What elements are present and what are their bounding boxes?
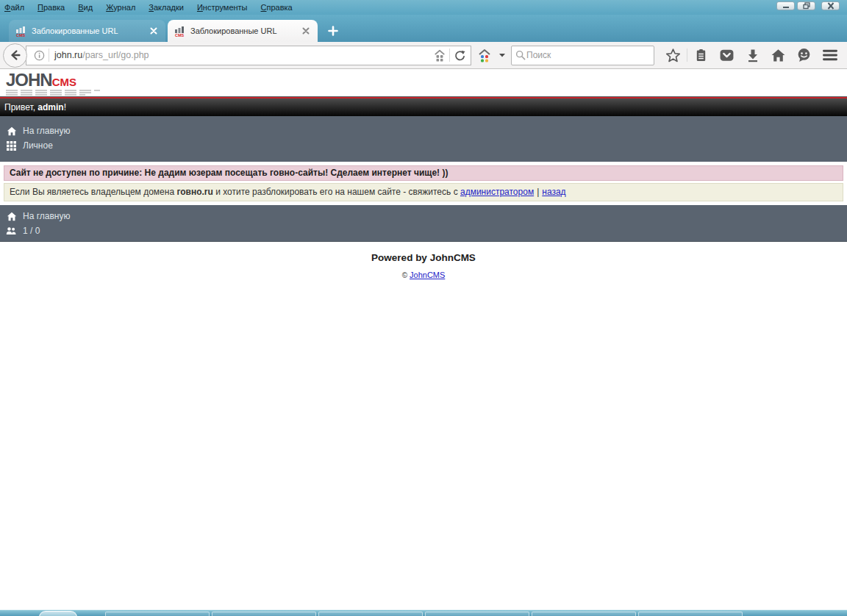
site-info-button[interactable] bbox=[29, 46, 49, 64]
taskbar-button[interactable] bbox=[532, 612, 636, 616]
search-box bbox=[511, 46, 654, 65]
page-content: JOHNCMS Привет, admin! На главную bbox=[0, 69, 847, 279]
taskbar-button[interactable] bbox=[318, 612, 423, 616]
tab-title: Заблокированные URL bbox=[32, 26, 149, 35]
back-arrow-icon bbox=[9, 49, 22, 62]
nav-block-bottom: На главную 1 / 0 bbox=[0, 205, 847, 242]
back-link[interactable]: назад bbox=[542, 187, 565, 197]
nav-item-label: Личное bbox=[23, 140, 53, 151]
logo-speed-lines bbox=[6, 90, 847, 96]
johncms-link[interactable]: JohnCMS bbox=[410, 271, 445, 279]
tab-title: Заблокированные URL bbox=[190, 26, 301, 35]
page-footer: Powered by JohnCMS ©JohnCMS bbox=[0, 252, 847, 279]
nav-item-personal[interactable]: Личное bbox=[0, 138, 847, 153]
greeting-username: admin bbox=[37, 102, 63, 112]
nav-item-label: На главную bbox=[23, 211, 70, 221]
bookmarks-menu-button[interactable] bbox=[688, 44, 714, 66]
url-host: john.ru bbox=[54, 50, 82, 60]
tab-blocked-urls-active[interactable]: CMS Заблокированные URL bbox=[168, 20, 318, 42]
visual-bookmarks-button[interactable] bbox=[430, 46, 449, 64]
hello-chat-button[interactable] bbox=[791, 44, 817, 66]
powered-by-text: Powered by JohnCMS bbox=[0, 252, 847, 263]
johncms-favicon: CMS bbox=[15, 25, 27, 37]
minimize-button[interactable] bbox=[776, 1, 795, 10]
search-input[interactable] bbox=[526, 50, 651, 60]
owner-info-message: Если Вы являетесь владельцем домена говн… bbox=[4, 183, 843, 201]
menu-view[interactable]: Вид bbox=[78, 3, 93, 12]
reload-icon bbox=[454, 49, 466, 62]
chevron-down-icon bbox=[498, 52, 507, 58]
start-button[interactable] bbox=[39, 611, 77, 616]
downloads-button[interactable] bbox=[740, 44, 765, 66]
copyright-line: ©JohnCMS bbox=[0, 271, 847, 279]
menu-bar: Файл Правка Вид Журнал Закладки Инструме… bbox=[0, 0, 847, 15]
online-counter-row[interactable]: 1 / 0 bbox=[0, 223, 847, 238]
taskbar-button[interactable] bbox=[212, 612, 316, 616]
close-icon bbox=[826, 2, 835, 10]
clipboard-icon bbox=[694, 48, 708, 63]
home-icon bbox=[771, 48, 786, 62]
nav-item-home[interactable]: На главную bbox=[0, 123, 847, 138]
restore-icon bbox=[802, 2, 811, 10]
greeting-bar: Привет, admin! bbox=[0, 99, 847, 116]
owner-message-pre: Если Вы являетесь владельцем домена bbox=[10, 187, 176, 197]
menu-history[interactable]: Журнал bbox=[106, 3, 135, 12]
close-button[interactable] bbox=[821, 1, 840, 10]
taskbar-button[interactable] bbox=[638, 612, 743, 616]
nav-item-home-bottom[interactable]: На главную bbox=[0, 209, 847, 223]
home-button[interactable] bbox=[765, 44, 791, 66]
divider bbox=[687, 49, 687, 62]
star-icon bbox=[665, 48, 681, 63]
block-reason-message: Сайт не доступен по причине: Не дадим юз… bbox=[4, 165, 843, 181]
menu-file[interactable]: Файл bbox=[4, 3, 24, 12]
address-bar[interactable]: john.ru/pars_url/go.php bbox=[26, 46, 471, 65]
pocket-icon bbox=[719, 49, 735, 62]
grid-icon bbox=[6, 141, 17, 151]
back-button[interactable] bbox=[3, 43, 27, 68]
menu-hamburger-button[interactable] bbox=[817, 44, 843, 66]
nav-block-top: На главную Личное bbox=[0, 116, 847, 162]
reload-button[interactable] bbox=[450, 46, 469, 64]
svg-text:CMS: CMS bbox=[175, 33, 185, 37]
bookmark-star-button[interactable] bbox=[660, 44, 686, 66]
taskbar-button[interactable] bbox=[105, 612, 210, 616]
house-dots-color-icon bbox=[477, 49, 492, 62]
taskbar-button[interactable] bbox=[425, 612, 529, 616]
menu-edit[interactable]: Правка bbox=[37, 3, 65, 12]
plus-icon bbox=[328, 26, 338, 36]
tab-strip: CMS Заблокированные URL CMS Заблокирован… bbox=[0, 15, 847, 42]
firefox-window: Файл Правка Вид Журнал Закладки Инструме… bbox=[0, 0, 847, 616]
info-icon bbox=[33, 49, 46, 62]
menu-bookmarks[interactable]: Закладки bbox=[149, 3, 184, 12]
svg-text:CMS: CMS bbox=[16, 33, 26, 37]
windows-taskbar bbox=[0, 609, 847, 616]
pocket-button[interactable] bbox=[714, 44, 740, 66]
window-controls bbox=[776, 1, 840, 10]
online-counter-value: 1 / 0 bbox=[23, 226, 40, 236]
url-text[interactable]: john.ru/pars_url/go.php bbox=[49, 50, 430, 60]
menu-help[interactable]: Справка bbox=[261, 3, 293, 12]
new-tab-button[interactable] bbox=[322, 21, 344, 40]
hamburger-icon bbox=[822, 49, 838, 62]
tab-close-icon[interactable] bbox=[149, 26, 159, 36]
johncms-logo: JOHNCMS bbox=[6, 73, 847, 96]
nav-item-label: На главную bbox=[23, 126, 70, 136]
restore-button[interactable] bbox=[797, 1, 815, 10]
visual-bookmarks-menu-button[interactable] bbox=[477, 49, 507, 62]
home-icon bbox=[6, 212, 17, 221]
toolbar-buttons bbox=[660, 44, 843, 66]
admin-link[interactable]: администратором bbox=[460, 187, 534, 197]
link-separator: | bbox=[537, 187, 539, 197]
tab-close-icon[interactable] bbox=[301, 26, 311, 36]
house-dots-gray-icon bbox=[433, 49, 446, 62]
copyright-symbol: © bbox=[402, 271, 407, 279]
minimize-icon bbox=[782, 2, 790, 10]
search-icon bbox=[515, 49, 526, 61]
logo-text-main: JOHN bbox=[6, 70, 52, 90]
navigation-toolbar: john.ru/pars_url/go.php bbox=[0, 42, 847, 69]
site-header: JOHNCMS bbox=[0, 69, 847, 96]
download-arrow-icon bbox=[746, 48, 760, 62]
tab-blocked-urls-inactive[interactable]: CMS Заблокированные URL bbox=[9, 20, 165, 42]
menu-tools[interactable]: Инструменты bbox=[197, 3, 248, 12]
logo-text-sub: CMS bbox=[52, 76, 76, 88]
